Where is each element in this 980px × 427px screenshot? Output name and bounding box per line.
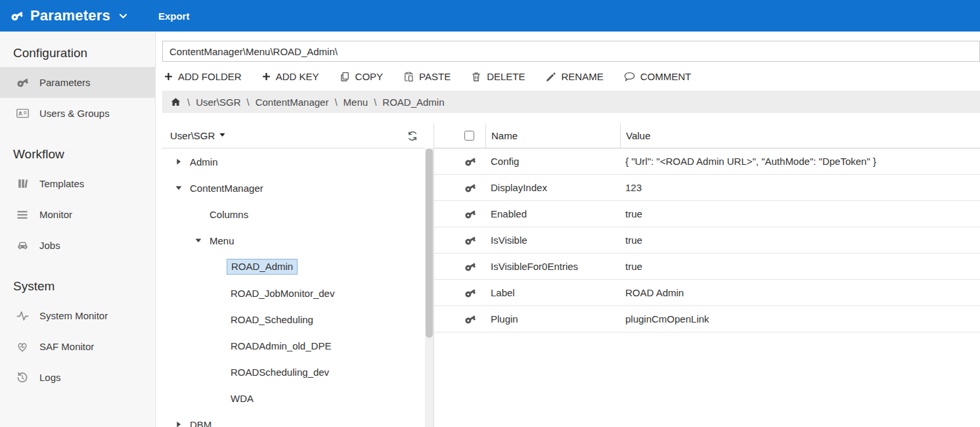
chevron-down-icon <box>218 130 227 141</box>
tree-item-menu[interactable]: Menu <box>162 227 425 254</box>
param-name: IsVisibleFor0Entries <box>485 261 620 272</box>
key-icon <box>434 235 485 246</box>
sidebar-item-templates[interactable]: Templates <box>0 168 155 199</box>
comment-button[interactable]: COMMENT <box>623 70 692 83</box>
column-header-name[interactable]: Name <box>485 124 620 148</box>
tree-item-dbm[interactable]: DBM <box>162 411 425 427</box>
column-header-value[interactable]: Value <box>620 124 980 148</box>
tree-root-label: User\SGR <box>170 130 215 141</box>
sidebar-item-logs[interactable]: Logs <box>0 362 155 393</box>
sidebar-item-label: SAF Monitor <box>39 341 94 352</box>
breadcrumb-separator: \ <box>374 97 376 108</box>
select-all-checkbox[interactable] <box>464 131 474 141</box>
chevron-down-icon[interactable] <box>118 11 128 21</box>
tree-item-admin[interactable]: Admin <box>162 148 425 175</box>
table-row-enabled[interactable]: Enabled true <box>434 201 980 227</box>
sidebar-item-label: Monitor <box>39 209 72 220</box>
param-value: true <box>620 235 980 246</box>
topbar: Parameters Export <box>0 0 980 32</box>
waveform-icon <box>14 309 30 323</box>
breadcrumb-separator: \ <box>334 97 337 108</box>
section-title-configuration: Configuration <box>0 32 155 67</box>
sidebar-item-saf-monitor[interactable]: SAF Monitor <box>0 331 155 362</box>
comment-label: COMMENT <box>640 71 692 82</box>
scrollbar-thumb[interactable] <box>426 148 433 338</box>
id-card-icon <box>14 106 30 120</box>
tree-item-road-jobmonitor-dev[interactable]: ROAD_JobMonitor_dev <box>162 280 425 306</box>
pencil-icon <box>545 71 557 83</box>
tree-item-roadadmin-old-dpe[interactable]: ROADAdmin_old_DPE <box>162 332 425 359</box>
sidebar-item-monitor[interactable]: Monitor <box>0 199 155 230</box>
expand-icon[interactable] <box>174 157 183 166</box>
sidebar-item-label: Users & Groups <box>39 108 110 119</box>
param-value: true <box>620 208 980 219</box>
table-row-config[interactable]: Config { "Url": "<ROAD Admin URL>", "Aut… <box>434 148 980 175</box>
breadcrumb-item-road-admin[interactable]: ROAD_Admin <box>382 97 444 108</box>
tree-item-road-scheduling[interactable]: ROAD_Scheduling <box>162 306 425 332</box>
tree-scrollbar[interactable] <box>425 148 434 427</box>
param-name: Label <box>485 287 620 298</box>
table-row-label[interactable]: Label ROAD Admin <box>434 280 980 306</box>
sidebar-item-jobs[interactable]: Jobs <box>0 230 155 261</box>
table-row-isvisiblefor0entries[interactable]: IsVisibleFor0Entries true <box>434 254 980 280</box>
key-icon <box>434 313 485 325</box>
plus-icon <box>261 72 271 81</box>
tree-item-roadscheduling-dev[interactable]: ROADScheduling_dev <box>162 359 425 385</box>
breadcrumb-item-contentmanager[interactable]: ContentManager <box>256 97 329 108</box>
sidebar-item-label: Parameters <box>39 77 91 88</box>
sidebar-section-system: System System Monitor SAF Monitor <box>0 261 155 393</box>
key-icon <box>434 208 485 220</box>
delete-label: DELETE <box>487 71 525 82</box>
add-folder-button[interactable]: ADD FOLDER <box>164 71 242 82</box>
breadcrumb-item-user-sgr[interactable]: User\SGR <box>196 97 240 108</box>
sidebar-item-users-groups[interactable]: Users & Groups <box>0 98 155 129</box>
param-name: DisplayIndex <box>485 182 620 193</box>
home-icon[interactable] <box>170 97 181 108</box>
delete-button[interactable]: DELETE <box>470 71 525 83</box>
tree-item-contentmanager[interactable]: ContentManager <box>162 175 425 201</box>
key-icon <box>14 76 30 89</box>
tree-header: User\SGR <box>162 124 425 148</box>
table-row-plugin[interactable]: Plugin pluginCmOpenLink <box>434 306 980 332</box>
tree-item-wda[interactable]: WDA <box>162 385 425 411</box>
tree-item-label: ROADAdmin_old_DPE <box>231 340 331 351</box>
add-folder-label: ADD FOLDER <box>178 71 242 82</box>
sidebar-item-system-monitor[interactable]: System Monitor <box>0 300 155 331</box>
add-key-button[interactable]: ADD KEY <box>261 71 319 82</box>
toolbar: ADD FOLDER ADD KEY COPY PASTE DELETE <box>162 62 980 91</box>
tree-item-label: ROAD_JobMonitor_dev <box>231 288 334 299</box>
param-name: Config <box>485 156 620 167</box>
breadcrumb: \ User\SGR \ ContentManager \ Menu \ ROA… <box>162 91 980 113</box>
breadcrumb-separator: \ <box>187 97 190 108</box>
paste-icon <box>403 71 414 83</box>
collapse-icon[interactable] <box>194 236 203 245</box>
values-table: Name Value Config { "Url": "<ROAD Admin … <box>434 124 980 427</box>
queue-icon <box>14 208 30 221</box>
tree: Admin ContentManager Columns Menu <box>162 148 425 427</box>
table-row-displayindex[interactable]: DisplayIndex 123 <box>434 175 980 201</box>
rename-button[interactable]: RENAME <box>545 71 604 83</box>
key-icon <box>434 156 485 168</box>
tree-item-road-admin[interactable]: ROAD_Admin <box>162 254 425 280</box>
param-value: { "Url": "<ROAD Admin URL>", "AuthMode":… <box>620 156 980 167</box>
path-input[interactable] <box>162 41 980 62</box>
tree-root-selector[interactable]: User\SGR <box>170 130 227 141</box>
tree-item-label: Columns <box>210 209 248 220</box>
app-title: Parameters <box>30 7 110 24</box>
tree-item-columns[interactable]: Columns <box>162 201 425 227</box>
paste-button[interactable]: PASTE <box>403 71 451 83</box>
car-icon <box>14 238 30 252</box>
copy-button[interactable]: COPY <box>339 71 384 83</box>
tree-item-label: ROADScheduling_dev <box>231 367 329 378</box>
breadcrumb-item-menu[interactable]: Menu <box>344 97 368 108</box>
sidebar-item-parameters[interactable]: Parameters <box>0 67 155 98</box>
tree-pane: User\SGR Admin <box>162 124 425 427</box>
sidebar-item-label: Logs <box>39 372 61 383</box>
collapse-icon[interactable] <box>174 183 183 192</box>
menu-export[interactable]: Export <box>158 11 190 22</box>
table-row-isvisible[interactable]: IsVisible true <box>434 227 980 254</box>
refresh-icon[interactable] <box>407 130 418 142</box>
paste-label: PASTE <box>419 71 451 82</box>
tree-item-label: DBM <box>190 419 212 427</box>
expand-icon[interactable] <box>174 420 183 427</box>
